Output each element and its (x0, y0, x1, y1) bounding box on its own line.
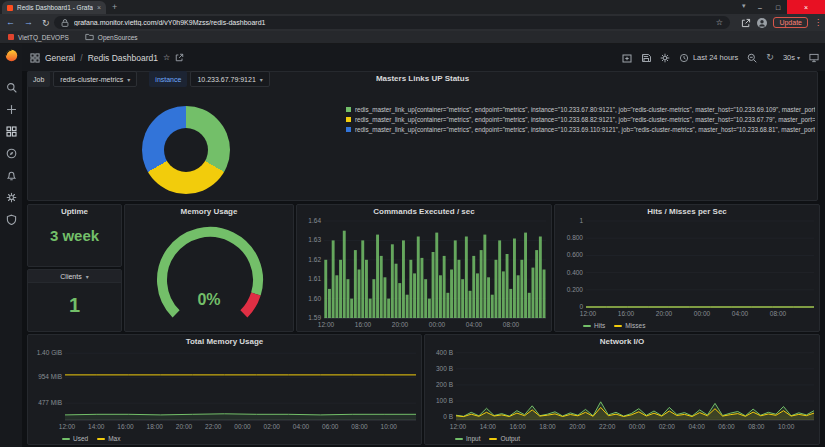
legend-item[interactable]: Used (62, 435, 88, 442)
zoom-out-icon[interactable] (747, 53, 757, 63)
time-range-label: Last 24 hours (693, 53, 738, 62)
profile-avatar[interactable] (757, 18, 767, 28)
commands-chart[interactable]: 1.591.601.611.621.631.6412:0016:0020:000… (300, 218, 549, 329)
breadcrumb-folder[interactable]: General (45, 53, 75, 63)
folder-icon (85, 33, 94, 41)
reload-button[interactable]: ↻ (42, 18, 50, 28)
svg-text:02:00: 02:00 (659, 423, 676, 430)
legend-item[interactable]: Input (455, 435, 480, 442)
panel-title[interactable]: Network I/O (425, 337, 819, 346)
cycle-view-monitor-icon[interactable] (809, 53, 819, 63)
panel-masters-links: Masters Links UP Status redis_master_lin… (27, 71, 818, 201)
search-icon[interactable] (6, 82, 17, 93)
clients-header-dropdown[interactable]: Clients ▾ (28, 270, 121, 283)
tab-close-icon[interactable]: × (97, 4, 101, 11)
svg-text:02:00: 02:00 (264, 423, 281, 430)
bookmarks-bar: VietTQ_DEVOPS OpenSources (0, 31, 825, 44)
variable-job-dropdown[interactable]: redis-cluster-metrics ▾ (53, 71, 137, 87)
bookmark-star-icon[interactable]: ☆ (716, 18, 723, 27)
new-tab-button[interactable]: + (112, 2, 117, 12)
panel-title[interactable]: Commands Executed / sec (297, 207, 551, 216)
legend-series-label[interactable]: redis_master_link_up{container="metrics"… (355, 106, 815, 113)
svg-text:04:00: 04:00 (293, 423, 310, 430)
legend-color-chip (455, 438, 463, 440)
refresh-dashboard-icon[interactable]: ↻ (766, 53, 774, 62)
configuration-gear-icon[interactable] (6, 192, 17, 203)
panel-title[interactable]: Total Memory Usage (28, 337, 421, 346)
legend-label: Output (500, 435, 520, 442)
svg-text:0 B: 0 B (443, 413, 453, 420)
legend-row[interactable]: redis_master_link_up{container="metrics"… (346, 114, 815, 124)
page-title[interactable]: Redis Dashboard1 (88, 53, 158, 63)
svg-text:20:00: 20:00 (176, 423, 193, 430)
svg-text:04:00: 04:00 (689, 423, 706, 430)
panel-uptime: Uptime 3 week (27, 204, 122, 267)
chart-legend: Hits Misses (583, 322, 645, 329)
dashboard-settings-icon[interactable] (660, 53, 670, 63)
bookmark-item[interactable]: VietTQ_DEVOPS (8, 34, 69, 41)
grafana-favicon (7, 5, 13, 11)
breadcrumb-separator: / (80, 53, 82, 63)
network-io-chart[interactable]: 0 B100 B200 B300 B400 B12:0014:0016:0018… (428, 347, 817, 431)
browser-menu-icon[interactable]: ⋮ (814, 18, 822, 27)
panel-title: Clients (60, 273, 81, 280)
explore-compass-icon[interactable] (6, 148, 17, 159)
legend-item[interactable]: Hits (583, 322, 605, 329)
screen: Redis Dashboard1 - Grafana × + ▾ – □ × ←… (0, 0, 825, 447)
bookmark-label: OpenSources (98, 34, 138, 41)
clients-value: 1 (28, 294, 121, 317)
share-icon[interactable] (741, 18, 751, 28)
back-button[interactable]: ← (6, 18, 15, 27)
legend-label: Hits (594, 322, 605, 329)
window-close-button[interactable]: × (787, 0, 825, 14)
svg-text:00:00: 00:00 (429, 321, 446, 328)
svg-text:00:00: 00:00 (694, 310, 711, 317)
browser-tab[interactable]: Redis Dashboard1 - Grafana × (2, 1, 106, 14)
legend-color-chip (97, 438, 105, 440)
grafana-logo[interactable] (5, 49, 18, 62)
legend-series-label[interactable]: redis_master_link_up{container="metrics"… (355, 126, 815, 133)
window-maximize-button[interactable]: □ (769, 0, 787, 14)
svg-text:18:00: 18:00 (147, 423, 164, 430)
hits-misses-chart[interactable]: 00.2000.4000.6000.800112:0016:0020:0000:… (558, 218, 817, 318)
favorite-star-icon[interactable]: ☆ (163, 53, 170, 62)
save-dashboard-icon[interactable] (641, 53, 651, 63)
url-text[interactable]: grafana.monitor.viettq.com/d/vY0h9K9Mzss… (74, 19, 711, 26)
refresh-interval-dropdown[interactable]: 30s ▾ (783, 53, 800, 62)
forward-button[interactable]: → (24, 18, 33, 27)
window-minimize-button[interactable]: – (751, 0, 769, 14)
legend-item[interactable]: Output (489, 435, 520, 442)
svg-text:477 MiB: 477 MiB (38, 399, 62, 406)
tab-search-icon[interactable]: ▾ (742, 2, 746, 10)
total-memory-chart[interactable]: 477 MiB954 MiB1.40 GiB12:0014:0016:0018:… (31, 347, 419, 431)
template-variables-row: Job redis-cluster-metrics ▾ instance 10.… (27, 71, 270, 87)
panel-title[interactable]: Hits / Misses per Sec (555, 207, 819, 216)
alerting-bell-icon[interactable] (6, 170, 17, 181)
legend-row[interactable]: redis_master_link_up{container="metrics"… (346, 104, 815, 114)
masters-donut-chart[interactable] (142, 106, 230, 194)
panel-title[interactable]: Uptime (28, 207, 121, 216)
address-bar[interactable]: grafana.monitor.viettq.com/d/vY0h9K9Mzss… (54, 16, 730, 29)
svg-text:06:00: 06:00 (718, 423, 735, 430)
dashboards-icon[interactable] (6, 126, 17, 137)
svg-text:20:00: 20:00 (656, 310, 673, 317)
masters-legend: redis_master_link_up{container="metrics"… (346, 104, 815, 134)
create-plus-icon[interactable] (6, 104, 17, 115)
panel-title[interactable]: Memory Usage (125, 207, 293, 216)
legend-series-label[interactable]: redis_master_link_up{container="metrics"… (355, 116, 815, 123)
server-admin-shield-icon[interactable] (6, 214, 17, 225)
bookmark-favicon (8, 34, 14, 40)
legend-row[interactable]: redis_master_link_up{container="metrics"… (346, 124, 815, 134)
time-range-picker[interactable]: Last 24 hours (679, 53, 738, 63)
svg-text:12:00: 12:00 (580, 310, 597, 317)
legend-item[interactable]: Max (97, 435, 120, 442)
panel-commands-executed: Commands Executed / sec 1.591.601.611.62… (296, 204, 552, 332)
share-dashboard-icon[interactable] (175, 53, 184, 62)
chrome-update-button[interactable]: Update (773, 17, 808, 28)
svg-text:954 MiB: 954 MiB (38, 373, 62, 380)
legend-item[interactable]: Misses (614, 322, 645, 329)
svg-text:08:00: 08:00 (748, 423, 765, 430)
bookmark-folder[interactable]: OpenSources (85, 33, 138, 41)
variable-instance-dropdown[interactable]: 10.233.67.79:9121 ▾ (190, 71, 269, 87)
add-panel-icon[interactable] (622, 53, 632, 63)
